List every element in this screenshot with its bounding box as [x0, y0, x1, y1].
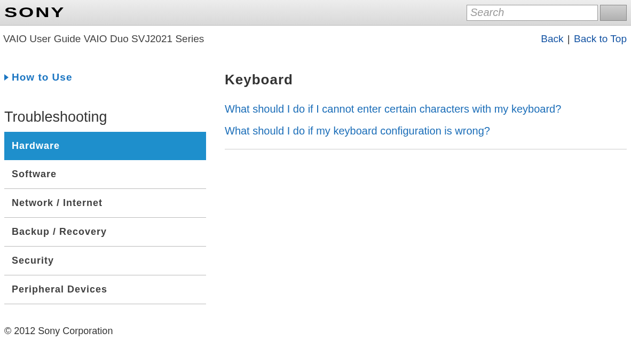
sidebar: How to Use Troubleshooting Hardware Soft… — [4, 72, 206, 304]
back-link[interactable]: Back — [541, 33, 563, 44]
subheader: VAIO User Guide VAIO Duo SVJ2021 Series … — [0, 26, 631, 45]
nav-separator: | — [567, 33, 573, 44]
sidebar-item-hardware[interactable]: Hardware — [4, 132, 206, 160]
search-button[interactable] — [600, 5, 627, 21]
sidebar-item-peripheral[interactable]: Peripheral Devices — [4, 275, 206, 304]
copyright-text: © 2012 Sony Corporation — [4, 326, 113, 336]
sidebar-item-security[interactable]: Security — [4, 247, 206, 275]
search-area — [467, 5, 627, 21]
page-heading: Keyboard — [225, 72, 627, 88]
header-bar: SONY — [0, 0, 631, 26]
breadcrumb: VAIO User Guide VAIO Duo SVJ2021 Series — [3, 33, 204, 45]
back-to-top-link[interactable]: Back to Top — [574, 33, 627, 44]
sony-logo: SONY — [4, 4, 65, 21]
main-content: Keyboard What should I do if I cannot en… — [225, 72, 627, 304]
top-nav: Back | Back to Top — [541, 33, 627, 45]
sidebar-nav-list: Hardware Software Network / Internet Bac… — [4, 132, 206, 304]
how-to-use-label: How to Use — [12, 72, 72, 83]
chevron-right-icon — [4, 74, 9, 81]
faq-link[interactable]: What should I do if I cannot enter certa… — [225, 103, 627, 115]
content-divider — [225, 149, 627, 149]
sidebar-item-software[interactable]: Software — [4, 160, 206, 189]
how-to-use-link[interactable]: How to Use — [4, 72, 206, 83]
footer: © 2012 Sony Corporation — [0, 315, 631, 347]
troubleshooting-title: Troubleshooting — [4, 109, 206, 125]
search-input[interactable] — [467, 5, 598, 21]
sidebar-item-network[interactable]: Network / Internet — [4, 189, 206, 218]
sidebar-item-backup[interactable]: Backup / Recovery — [4, 218, 206, 247]
content-area: How to Use Troubleshooting Hardware Soft… — [0, 45, 631, 315]
faq-link[interactable]: What should I do if my keyboard configur… — [225, 125, 627, 137]
